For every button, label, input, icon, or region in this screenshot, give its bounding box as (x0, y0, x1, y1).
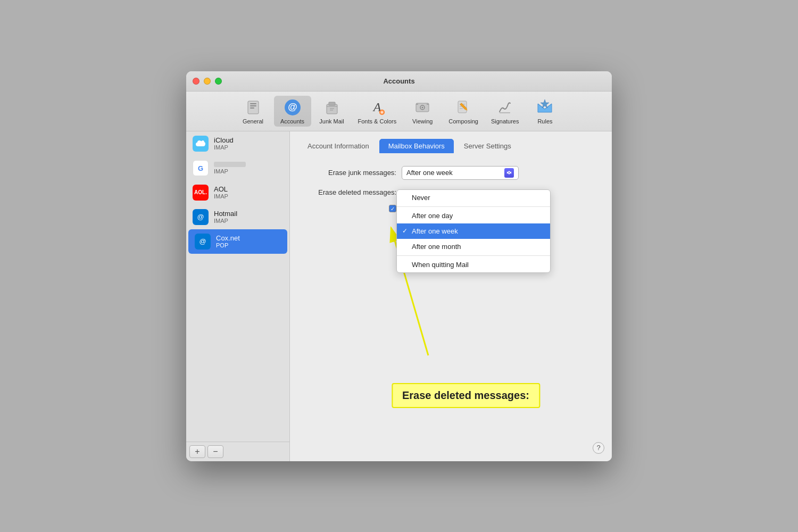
composing-icon (454, 98, 473, 117)
option-after-one-week-label: After one week (412, 227, 458, 235)
toolbar-item-general[interactable]: General (235, 96, 272, 127)
option-after-one-day-label: After one day (412, 212, 453, 220)
toolbar: General @ Accounts (186, 92, 612, 131)
google-info: IMAP (214, 162, 246, 174)
svg-text:@: @ (288, 102, 297, 112)
account-item-icloud[interactable]: iCloud IMAP (186, 131, 289, 156)
checkbox-area: ✓ (301, 205, 396, 212)
svg-rect-6 (327, 104, 337, 114)
svg-rect-8 (329, 102, 335, 105)
viewing-icon (413, 98, 432, 117)
right-panel: Account Information Mailbox Behaviors Se… (290, 131, 612, 461)
dropdown-menu: Never After one day ✓ After one week Aft… (396, 189, 551, 273)
rules-icon (535, 98, 554, 117)
aol-info: AOL IMAP (214, 185, 228, 200)
account-item-google[interactable]: G IMAP (186, 156, 289, 180)
toolbar-item-junk-mail[interactable]: Junk Mail (313, 96, 351, 127)
google-icon: G (193, 160, 209, 176)
dropdown-divider-2 (397, 255, 550, 256)
viewing-label: Viewing (412, 118, 433, 124)
window-title: Accounts (383, 77, 414, 85)
dropdown-current-value: After one week (406, 169, 453, 177)
cox-info: Cox.net POP (216, 234, 240, 248)
google-name-blurred (214, 162, 246, 167)
sidebar: iCloud IMAP G IMAP (186, 131, 290, 461)
account-list: iCloud IMAP G IMAP (186, 131, 289, 442)
general-icon (244, 98, 263, 117)
erase-deleted-label: Erase deleted messages: (301, 188, 396, 196)
minimize-button[interactable] (204, 78, 211, 85)
option-after-one-day[interactable]: After one day (397, 208, 550, 223)
junk-mail-label: Junk Mail (319, 118, 344, 124)
accounts-label: Accounts (280, 118, 304, 124)
annotation-text: Erase deleted messages: (402, 389, 529, 401)
hotmail-type: IMAP (214, 218, 237, 224)
move-deleted-checkbox[interactable]: ✓ (389, 205, 396, 212)
tab-mailbox-behaviors[interactable]: Mailbox Behaviors (379, 139, 454, 153)
cox-name: Cox.net (216, 234, 240, 242)
sidebar-bottom: + − (186, 442, 289, 461)
cox-icon: @ (195, 234, 211, 250)
svg-point-16 (422, 106, 423, 108)
tab-server-settings[interactable]: Server Settings (455, 139, 520, 153)
account-item-hotmail[interactable]: @ Hotmail IMAP (186, 205, 289, 229)
svg-rect-3 (250, 107, 254, 109)
option-when-quitting[interactable]: When quitting Mail (397, 257, 550, 272)
junk-mail-icon (322, 98, 342, 117)
remove-account-button[interactable]: − (207, 445, 223, 458)
toolbar-item-signatures[interactable]: Signatures (486, 96, 525, 127)
dropdown-arrow-icon (504, 168, 514, 178)
aol-type: IMAP (214, 193, 228, 200)
cox-type: POP (216, 242, 240, 248)
icloud-type: IMAP (214, 144, 234, 151)
option-never[interactable]: Never (397, 190, 550, 205)
hotmail-name: Hotmail (214, 210, 237, 218)
svg-text:G: G (198, 164, 203, 172)
fonts-colors-label: Fonts & Colors (358, 118, 397, 124)
checkmark-icon: ✓ (390, 206, 395, 212)
svg-rect-2 (250, 105, 256, 106)
toolbar-item-rules[interactable]: Rules (526, 96, 563, 127)
aol-name: AOL (214, 185, 228, 193)
help-button[interactable]: ? (593, 442, 604, 454)
close-button[interactable] (193, 78, 200, 85)
signatures-icon (495, 98, 514, 117)
account-item-aol[interactable]: AOL. AOL IMAP (186, 180, 289, 205)
google-type: IMAP (214, 168, 246, 174)
mail-preferences-window: Accounts General @ Acco (186, 71, 612, 461)
composing-label: Composing (448, 118, 478, 124)
main-content: iCloud IMAP G IMAP (186, 131, 612, 461)
account-item-cox[interactable]: @ Cox.net POP (188, 229, 287, 254)
accounts-icon: @ (283, 98, 302, 117)
toolbar-item-composing[interactable]: Composing (443, 96, 484, 127)
option-never-label: Never (412, 194, 430, 202)
option-when-quitting-label: When quitting Mail (412, 261, 469, 269)
icloud-info: iCloud IMAP (214, 136, 234, 151)
maximize-button[interactable] (215, 78, 222, 85)
add-account-button[interactable]: + (189, 445, 205, 458)
tabs: Account Information Mailbox Behaviors Se… (290, 131, 612, 153)
toolbar-item-viewing[interactable]: Viewing (404, 96, 441, 127)
aol-icon: AOL. (193, 185, 209, 201)
toolbar-item-fonts-colors[interactable]: A Fonts & Colors (353, 96, 402, 127)
svg-point-13 (379, 110, 385, 115)
option-after-one-week[interactable]: ✓ After one week (397, 223, 550, 239)
dropdown-divider-1 (397, 206, 550, 207)
hotmail-icon: @ (193, 209, 209, 225)
erase-junk-dropdown[interactable]: After one week (402, 166, 519, 180)
signatures-label: Signatures (491, 118, 519, 124)
svg-rect-1 (250, 103, 256, 104)
panel-content: Erase junk messages: After one week Er (290, 153, 612, 461)
option-after-one-month[interactable]: After one month (397, 239, 550, 254)
tab-account-information[interactable]: Account Information (298, 139, 378, 153)
toolbar-item-accounts[interactable]: @ Accounts (274, 96, 311, 127)
window-controls (193, 78, 222, 85)
annotation-box: Erase deleted messages: (392, 383, 540, 408)
general-label: General (243, 118, 263, 124)
erase-junk-label: Erase junk messages: (301, 169, 396, 177)
option-after-one-month-label: After one month (412, 243, 461, 251)
fonts-colors-icon: A (368, 98, 387, 117)
selected-checkmark-icon: ✓ (402, 227, 408, 235)
erase-junk-row: Erase junk messages: After one week (301, 166, 601, 180)
rules-label: Rules (537, 118, 552, 124)
